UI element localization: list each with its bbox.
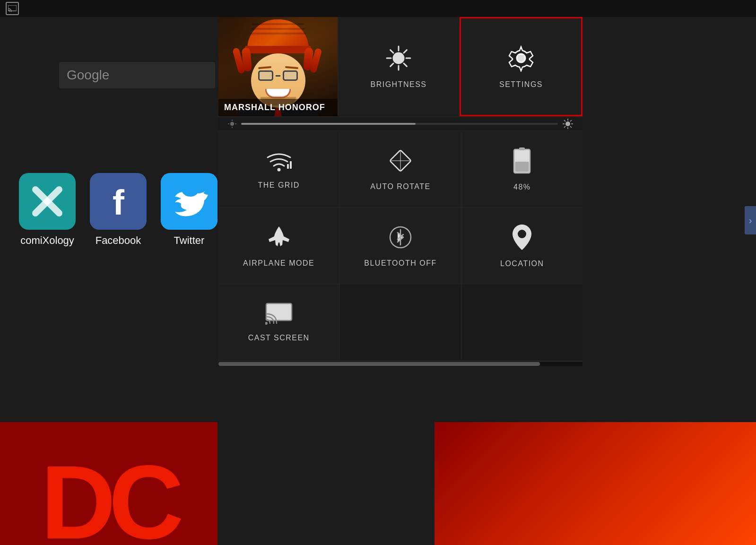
svg-rect-77 [266,303,292,320]
svg-line-50 [404,50,407,53]
location-cell-label: LOCATION [500,260,544,268]
qs-scrollbar[interactable] [218,362,582,366]
airplane-cell-label: AIRPLANE MODE [243,259,314,268]
cast-screen-icon [265,303,293,327]
svg-point-76 [518,230,526,238]
empty-col-3 [462,285,582,360]
qs-row-1: MARSHALL HONOROF BRIGHTNESS [218,17,582,116]
twitter-label: Twitter [174,234,205,247]
settings-icon-v2 [507,44,535,74]
brightness-icon-v2 [385,44,412,74]
svg-point-78 [265,322,268,325]
comixology-label: comiXology [20,234,74,247]
dc-logo-text: DC [41,443,177,545]
twitter-icon [161,173,217,230]
dc-logo-background: DC [0,422,217,545]
svg-rect-68 [290,161,292,169]
svg-point-57 [565,121,570,126]
auto-rotate-cell-label: AUTO ROTATE [370,182,431,191]
svg-line-49 [391,63,393,66]
airplane-tile-v2[interactable]: AIRPLANE MODE [218,208,339,284]
google-label: Google [67,68,109,83]
location-icon-v2 [512,224,532,253]
svg-point-51 [517,54,525,62]
svg-point-66 [277,168,280,172]
auto-rotate-icon [387,147,414,176]
quick-settings-panel-v2: MARSHALL HONOROF BRIGHTNESS [218,17,582,366]
profile-name-v2: MARSHALL HONOROF [224,103,325,112]
svg-line-65 [564,126,565,128]
app-item-comixology[interactable]: comiXology [19,173,76,247]
wifi-grid-icon [265,149,293,174]
status-bar [0,0,756,17]
the-grid-tile-v2[interactable]: THE GRID [218,131,339,207]
settings-tile-v2[interactable]: SETTINGS [460,17,582,116]
settings-tile-label: SETTINGS [499,80,543,89]
svg-line-63 [570,126,572,128]
svg-rect-74 [515,162,529,172]
facebook-icon: f [90,173,147,230]
brightness-tile-v2[interactable]: BRIGHTNESS [339,17,459,116]
scroll-right-arrow[interactable]: › [745,206,756,234]
google-search-bar[interactable]: Google [59,62,215,88]
svg-line-62 [564,120,565,121]
cast-screen-cell-label: CAST SCREEN [248,334,310,342]
svg-point-52 [230,122,234,126]
svg-line-64 [570,120,572,121]
battery-tile-v2[interactable]: 48% [462,131,582,207]
svg-line-48 [404,63,407,66]
cast-screen-tile-v2[interactable]: CAST SCREEN [218,285,339,360]
app-item-facebook[interactable]: f Facebook [90,173,147,247]
brightness-tile-label: BRIGHTNESS [370,80,426,89]
empty-col-2 [340,285,461,360]
screen-cast-status-icon [6,2,19,15]
qs-row-2: THE GRID AUTO ROTATE [218,131,582,207]
svg-line-47 [391,50,393,53]
battery-icon-v2 [513,147,531,176]
profile-tile-v2[interactable]: MARSHALL HONOROF [218,17,338,116]
svg-rect-67 [287,164,289,169]
qs-row-4: CAST SCREEN [218,285,582,360]
bluetooth-icon-v2 [387,224,414,252]
facebook-label: Facebook [96,234,141,247]
auto-rotate-tile-v2[interactable]: AUTO ROTATE [340,131,461,207]
svg-text:f: f [113,182,125,222]
location-tile-v2[interactable]: LOCATION [462,208,582,284]
svg-rect-73 [519,147,525,150]
dc-logo-right [434,422,756,545]
brightness-track[interactable] [241,123,558,125]
battery-cell-label: 48% [513,183,531,191]
app-icons-row: comiXology f Facebook Twitter [19,173,217,247]
the-grid-cell-label: THE GRID [258,181,299,190]
bluetooth-cell-label: BLUETOOTH OFF [364,259,436,268]
profile-name-overlay: MARSHALL HONOROF [218,99,338,116]
qs-row-3: AIRPLANE MODE BLUETOOTH OFF LOCATION [218,208,582,284]
bluetooth-tile-v2[interactable]: BLUETOOTH OFF [340,208,461,284]
app-item-twitter[interactable]: Twitter [161,173,217,247]
airplane-icon-v2 [266,224,292,252]
qs-scroll-thumb[interactable] [218,362,540,366]
svg-point-42 [393,53,404,63]
comixology-icon [19,173,76,230]
brightness-slider-row[interactable] [218,117,582,130]
